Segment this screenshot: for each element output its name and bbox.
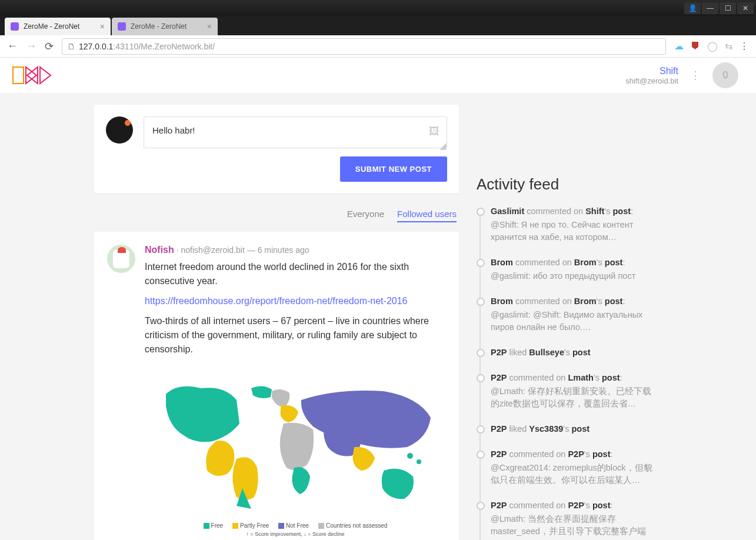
- forward-button[interactable]: →: [26, 40, 36, 52]
- compose-text: Hello habr!: [152, 125, 195, 135]
- submit-post-button[interactable]: SUBMIT NEW POST: [340, 156, 447, 182]
- feed-filter: Everyone Followed users: [94, 204, 459, 232]
- browser-tabs: ZeroMe - ZeroNet × ZeroMe - ZeroNet ×: [0, 16, 756, 35]
- close-button[interactable]: ✕: [737, 2, 754, 14]
- notification-badge[interactable]: 0: [712, 62, 738, 88]
- post-link[interactable]: https://freedomhouse.org/report/freedom-…: [145, 296, 407, 306]
- compose-textarea[interactable]: Hello habr! 🖼 ◢: [144, 116, 447, 148]
- svg-point-1: [407, 453, 413, 459]
- minimize-button[interactable]: —: [702, 2, 718, 14]
- compose-card: Hello habr! 🖼 ◢ SUBMIT NEW POST: [94, 105, 459, 194]
- image-upload-icon[interactable]: 🖼: [429, 125, 439, 138]
- tab-title: ZeroMe - ZeroNet: [24, 22, 79, 31]
- back-button[interactable]: ←: [7, 40, 18, 52]
- extension-icons: ☁ ⛊ ◯ ⇆ ⋮: [674, 41, 749, 52]
- activity-item[interactable]: P2P commented on P2P's post:@Cxgreat2014…: [491, 448, 659, 486]
- activity-list: Gaslimit commented on Shift's post:@Shif…: [477, 205, 659, 540]
- resize-handle-icon[interactable]: ◢: [439, 141, 445, 146]
- activity-item[interactable]: Brom commented on Brom's post:@gaslimit:…: [491, 256, 659, 282]
- maximize-button[interactable]: ☐: [720, 2, 736, 14]
- user-address: shift@zeroid.bit: [625, 76, 678, 85]
- app-logo[interactable]: [12, 65, 65, 86]
- page-info-icon[interactable]: 🗋: [67, 42, 75, 51]
- current-user[interactable]: Shift shift@zeroid.bit: [625, 66, 678, 85]
- post-avatar[interactable]: [107, 245, 135, 273]
- filter-followed[interactable]: Followed users: [397, 209, 457, 222]
- map-legend-sub: ↑ = Score improvement, ↓ = Score decline: [145, 531, 446, 537]
- post-text-2: Two-thirds of all internet users – 67 pe…: [145, 314, 446, 356]
- svg-rect-0: [13, 67, 24, 84]
- activity-item[interactable]: P2P commented on Lmath's post:@Lmath: 保存…: [491, 372, 659, 410]
- activity-item[interactable]: P2P liked Bullseye's post: [491, 346, 659, 359]
- app-header: Shift shift@zeroid.bit ⋮ 0: [0, 58, 756, 93]
- url-host: 127.0.0.1: [79, 42, 113, 51]
- post-handle: · nofish@zeroid.bit: [176, 245, 245, 255]
- tab-title: ZeroMe - ZeroNet: [131, 22, 186, 31]
- cloud-ext-icon[interactable]: ☁: [674, 41, 684, 52]
- activity-item[interactable]: P2P liked Ysc3839's post: [491, 423, 659, 435]
- activity-item[interactable]: Gaslimit commented on Shift's post:@Shif…: [491, 205, 659, 244]
- user-icon[interactable]: 👤: [684, 2, 701, 14]
- page-content: Shift shift@zeroid.bit ⋮ 0 Hello habr! 🖼…: [0, 58, 756, 540]
- post-time: — 6 minutes ago: [247, 245, 309, 255]
- compose-avatar: [106, 116, 133, 144]
- activity-item[interactable]: P2P commented on P2P's post:@Lmath: 当然会在…: [491, 499, 659, 538]
- browser-nav: ← → ⟳ 🗋 127.0.0.1:43110/Me.ZeroNetwork.b…: [0, 35, 756, 58]
- url-path: /Me.ZeroNetwork.bit/: [138, 42, 215, 51]
- map-legend: Free Partly Free Not Free Countries not …: [145, 522, 446, 529]
- url-port: :43110: [113, 42, 138, 51]
- filter-everyone[interactable]: Everyone: [347, 209, 384, 222]
- circle-ext-icon[interactable]: ◯: [707, 41, 718, 52]
- post-text-1: Internet freedom around the world declin…: [145, 260, 446, 288]
- user-name: Shift: [625, 66, 678, 76]
- shield-ext-icon[interactable]: ⛊: [691, 41, 700, 52]
- post-card: Nofish · nofish@zeroid.bit — 6 minutes a…: [94, 232, 459, 540]
- tab-favicon: [11, 22, 19, 31]
- activity-item[interactable]: Brom commented on Brom's post:@gaslimit:…: [491, 295, 659, 334]
- post-author[interactable]: Nofish: [145, 245, 174, 255]
- browser-menu-icon[interactable]: ⋮: [740, 41, 749, 52]
- url-bar[interactable]: 🗋 127.0.0.1:43110/Me.ZeroNetwork.bit/: [62, 38, 666, 55]
- window-titlebar: 👤 — ☐ ✕: [0, 0, 756, 16]
- svg-point-2: [417, 459, 421, 464]
- tab-close-icon[interactable]: ×: [100, 22, 105, 31]
- sync-ext-icon[interactable]: ⇆: [725, 41, 732, 52]
- header-menu-icon[interactable]: ⋮: [690, 74, 701, 77]
- world-map-svg: [148, 365, 442, 518]
- post-image: Free Partly Free Not Free Countries not …: [145, 365, 446, 537]
- tab-close-icon[interactable]: ×: [207, 22, 212, 31]
- activity-title: Activity feed: [477, 175, 659, 194]
- browser-tab-active[interactable]: ZeroMe - ZeroNet ×: [5, 18, 111, 35]
- tab-favicon: [118, 22, 126, 31]
- browser-tab-inactive[interactable]: ZeroMe - ZeroNet ×: [112, 18, 218, 35]
- reload-button[interactable]: ⟳: [45, 40, 54, 53]
